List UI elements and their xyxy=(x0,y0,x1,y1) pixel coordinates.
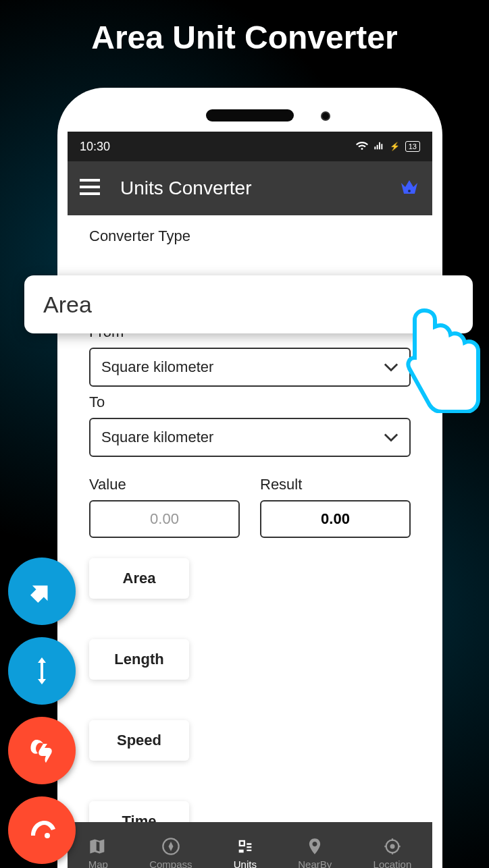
category-list: Area Length Speed Time xyxy=(89,558,411,842)
phone-notch xyxy=(206,109,294,121)
category-speed[interactable]: Speed xyxy=(89,720,189,761)
nav-nearby[interactable]: NearBy xyxy=(298,837,332,869)
battery-level: 13 xyxy=(405,141,420,152)
wifi-icon xyxy=(356,140,368,154)
app-title: Units Converter xyxy=(120,178,378,199)
category-area[interactable]: Area xyxy=(89,558,189,599)
svg-point-7 xyxy=(45,833,50,838)
phone-camera xyxy=(321,111,330,121)
pointer-hand-icon xyxy=(404,305,484,416)
fab-stack xyxy=(8,558,76,868)
fab-speed[interactable] xyxy=(8,717,76,784)
status-bar: 10:30 ⚡ 13 xyxy=(68,132,432,161)
nav-location-label: Location xyxy=(374,859,412,869)
converter-type-value: Area xyxy=(43,292,454,318)
status-time: 10:30 xyxy=(80,140,110,154)
converter-type-label: Converter Type xyxy=(89,227,411,245)
page-title: Area Unit Converter xyxy=(0,19,489,56)
menu-icon[interactable] xyxy=(80,179,100,198)
from-value: Square kilometer xyxy=(101,358,213,376)
chevron-down-icon xyxy=(384,429,398,446)
nav-compass[interactable]: Compass xyxy=(149,837,192,869)
screen: 10:30 ⚡ 13 Units Converter Converter Typ… xyxy=(68,132,432,868)
nav-nearby-label: NearBy xyxy=(298,859,332,869)
signal-icon xyxy=(374,140,384,153)
bottom-nav: Map Compass Units NearBy Location xyxy=(68,822,432,868)
fab-length[interactable] xyxy=(8,637,76,705)
svg-point-5 xyxy=(390,844,394,848)
svg-rect-0 xyxy=(80,179,100,182)
nav-compass-label: Compass xyxy=(149,859,192,869)
charge-icon: ⚡ xyxy=(390,142,400,151)
phone-frame: 10:30 ⚡ 13 Units Converter Converter Typ… xyxy=(57,88,442,868)
result-output: 0.00 xyxy=(260,500,411,538)
from-select[interactable]: Square kilometer xyxy=(89,348,411,387)
value-input[interactable]: 0.00 xyxy=(89,500,240,538)
status-icons: ⚡ 13 xyxy=(356,140,420,154)
svg-point-3 xyxy=(408,190,411,192)
crown-icon[interactable] xyxy=(398,178,420,199)
chevron-down-icon xyxy=(384,358,398,376)
result-label: Result xyxy=(260,476,411,493)
nav-location[interactable]: Location xyxy=(374,837,412,869)
svg-rect-1 xyxy=(80,186,100,188)
value-label: Value xyxy=(89,476,240,493)
to-label: To xyxy=(89,394,411,411)
fab-area[interactable] xyxy=(8,558,76,625)
nav-map[interactable]: Map xyxy=(88,837,108,869)
category-length[interactable]: Length xyxy=(89,639,189,680)
nav-units-label: Units xyxy=(234,859,257,869)
nav-units[interactable]: Units xyxy=(234,837,257,869)
to-value: Square kilometer xyxy=(101,429,213,446)
svg-rect-2 xyxy=(80,192,100,195)
app-bar: Units Converter xyxy=(68,161,432,215)
to-select[interactable]: Square kilometer xyxy=(89,418,411,457)
fab-gauge[interactable] xyxy=(8,796,76,864)
nav-map-label: Map xyxy=(88,859,108,869)
